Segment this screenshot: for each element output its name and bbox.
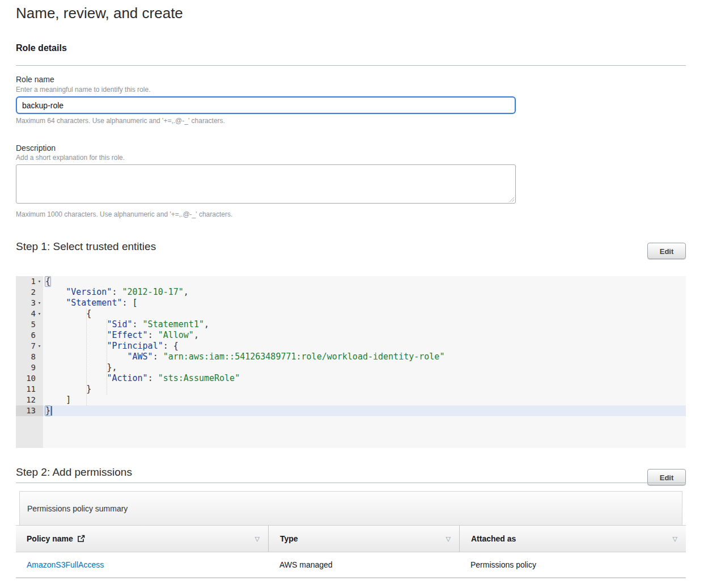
column-label: Policy name	[27, 534, 73, 543]
editor-line: 6 "Effect": "Allow",	[16, 330, 686, 341]
line-number: 9	[16, 362, 43, 373]
permissions-summary-title: Permissions policy summary	[27, 504, 128, 513]
external-link-icon	[77, 535, 85, 543]
editor-line: 5 "Sid": "Statement1",	[16, 319, 686, 330]
fold-toggle-icon[interactable]: ▾	[36, 298, 43, 308]
editor-line: 11 }	[16, 384, 686, 395]
line-number: 11	[16, 384, 43, 395]
line-number: 3▾	[16, 298, 43, 308]
sort-descending-icon[interactable]: ▽	[673, 535, 677, 543]
line-number: 5	[16, 319, 43, 330]
fold-toggle-icon[interactable]: ▾	[36, 308, 43, 319]
column-header-policy-name[interactable]: Policy name ▽	[16, 526, 268, 552]
description-constraint: Maximum 1000 characters. Use alphanumeri…	[16, 210, 232, 218]
editor-line: 3▾ "Statement": [	[16, 298, 686, 308]
editor-line: 13}	[16, 405, 686, 416]
editor-line: 2 "Version": "2012-10-17",	[16, 287, 686, 298]
editor-line: 9 },	[16, 362, 686, 373]
editor-line: 12 ]	[16, 395, 686, 405]
indent-guide	[107, 319, 107, 395]
step2-heading: Step 2: Add permissions	[16, 466, 132, 479]
description-hint: Add a short explanation for this role.	[16, 154, 125, 162]
line-number: 1▾	[16, 276, 43, 287]
line-number: 13	[16, 405, 43, 416]
policy-name-link[interactable]: AmazonS3FullAccess	[27, 560, 104, 569]
editor-line: 10 "Action": "sts:AssumeRole"	[16, 373, 686, 384]
policy-table-row: AmazonS3FullAccess AWS managed Permissio…	[16, 552, 686, 578]
sort-descending-icon[interactable]: ▽	[255, 535, 260, 543]
role-name-constraint: Maximum 64 characters. Use alphanumeric …	[16, 117, 225, 125]
line-number: 6	[16, 330, 43, 341]
description-label: Description	[16, 143, 56, 153]
description-textarea[interactable]	[16, 164, 516, 204]
column-label: Attached as	[471, 534, 516, 543]
role-name-hint: Enter a meaningful name to identify this…	[16, 86, 150, 94]
text-caret	[51, 406, 52, 416]
line-number: 2	[16, 287, 43, 298]
line-number: 8	[16, 352, 43, 362]
trust-policy-editor[interactable]: 1▾{2 "Version": "2012-10-17",3▾ "Stateme…	[16, 276, 686, 448]
role-name-label: Role name	[16, 75, 54, 84]
role-name-input[interactable]	[16, 96, 516, 114]
policy-type-cell: AWS managed	[279, 560, 333, 569]
divider	[16, 483, 686, 483]
step1-heading: Step 1: Select trusted entities	[16, 240, 156, 253]
editor-line: 1▾{	[16, 276, 686, 287]
editor-filler	[16, 416, 686, 448]
policy-table-header: Policy name ▽ Type ▽ Attached as ▽	[16, 525, 686, 552]
editor-line: 4▾ {	[16, 308, 686, 319]
divider	[16, 65, 686, 66]
permissions-summary-header: Permissions policy summary	[19, 491, 682, 525]
fold-toggle-icon[interactable]: ▾	[36, 341, 43, 352]
sort-descending-icon[interactable]: ▽	[446, 535, 451, 543]
column-header-attached-as[interactable]: Attached as ▽	[459, 526, 686, 552]
line-number: 12	[16, 395, 43, 405]
step1-edit-button[interactable]: Edit	[647, 243, 686, 259]
line-number: 7▾	[16, 341, 43, 352]
role-details-heading: Role details	[16, 43, 67, 53]
line-number: 4▾	[16, 308, 43, 319]
indent-guide	[86, 308, 87, 405]
column-header-type[interactable]: Type ▽	[268, 526, 459, 552]
policy-attached-as-cell: Permissions policy	[470, 560, 536, 569]
create-role-review-page: Name, review, and create Role details Ro…	[0, 0, 704, 588]
page-title: Name, review, and create	[16, 5, 183, 22]
fold-toggle-icon[interactable]: ▾	[36, 276, 43, 287]
editor-line: 7▾ "Principal": {	[16, 341, 686, 352]
editor-line: 8 "AWS": "arn:aws:iam::541263489771:role…	[16, 352, 686, 362]
column-label: Type	[280, 534, 298, 543]
line-number: 10	[16, 373, 43, 384]
